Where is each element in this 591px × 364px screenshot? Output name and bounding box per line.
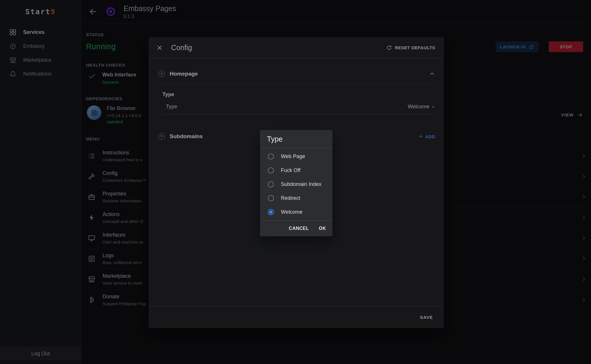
radio-option-web-page[interactable]: Web Page (260, 149, 332, 163)
radio-icon (268, 195, 274, 201)
radio-icon (268, 181, 274, 187)
ok-button[interactable]: OK (319, 226, 326, 231)
radio-option-redirect[interactable]: Redirect (260, 191, 332, 205)
type-alert: Type Web Page Fuck Off Subdomain Index R… (260, 130, 332, 236)
radio-option-fuck-off[interactable]: Fuck Off (260, 163, 332, 177)
radio-icon (268, 167, 274, 173)
radio-selected-icon (268, 209, 274, 215)
radio-icon (268, 153, 274, 160)
radio-option-welcome[interactable]: Welcome (260, 205, 332, 219)
radio-option-subdomain-index[interactable]: Subdomain Index (260, 177, 332, 191)
type-alert-options: Web Page Fuck Off Subdomain Index Redire… (260, 148, 332, 221)
cancel-button[interactable]: CANCEL (289, 226, 309, 231)
type-alert-title: Type (260, 130, 332, 148)
type-alert-buttons: CANCEL OK (260, 221, 332, 236)
